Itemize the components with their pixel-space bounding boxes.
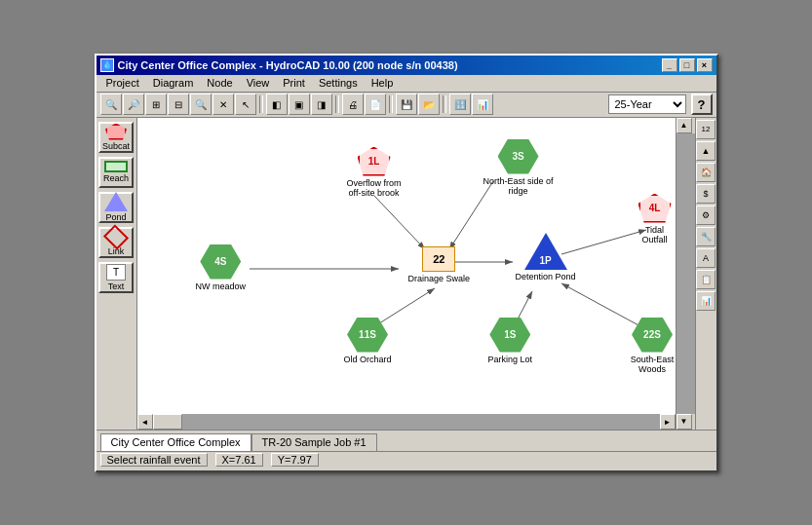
- print2-button[interactable]: 📄: [365, 94, 386, 115]
- bottom-scrollbar: ◄ ►: [137, 414, 676, 430]
- toolbar: 🔍 🔎 ⊞ ⊟ 🔍 ✕ ↖ ◧ ▣ ◨ 🖨 📄 💾 📂 🔢 📊 2-Year 5…: [97, 93, 716, 118]
- reach-label: Reach: [103, 173, 129, 183]
- right-toolbar: 12 ▲ 🏠 $ ⚙ 🔧 A 📋 📊: [695, 118, 716, 430]
- main-window: 💧 City Center Office Complex - HydroCAD …: [95, 54, 718, 472]
- node-4S-label: NW meadow: [196, 281, 247, 291]
- pointer-button[interactable]: ↖: [235, 94, 256, 115]
- node-11S-label: Old Orchard: [344, 355, 392, 364]
- align-center-button[interactable]: ▣: [289, 94, 310, 115]
- right-panel: ▲ ▼: [676, 118, 695, 430]
- node-1P-label: Detention Pond: [516, 272, 576, 281]
- app-icon: 💧: [100, 58, 114, 72]
- storm-select[interactable]: 2-Year 5-Year 10-Year 25-Year 50-Year 10…: [608, 94, 686, 114]
- svg-line-2: [374, 196, 425, 249]
- node-22S[interactable]: 22S South-East Woods: [630, 318, 676, 374]
- menu-node[interactable]: Node: [201, 76, 238, 90]
- node-4L[interactable]: 4L Tidal Outfall: [635, 194, 676, 244]
- save-button[interactable]: 💾: [396, 94, 417, 115]
- status-message: Select rainfall event: [100, 453, 208, 467]
- node-3S-label: North-East side ofridge: [483, 176, 554, 196]
- grid-button[interactable]: ⊞: [145, 94, 167, 115]
- menu-diagram[interactable]: Diagram: [147, 76, 200, 90]
- rt-btn-4[interactable]: $: [696, 184, 715, 204]
- menu-view[interactable]: View: [241, 76, 276, 90]
- maximize-button[interactable]: □: [679, 58, 695, 72]
- help-button[interactable]: ?: [691, 94, 713, 115]
- pond-tool[interactable]: Pond: [98, 192, 134, 223]
- close-button[interactable]: ×: [697, 58, 713, 72]
- scroll-right-button[interactable]: ►: [660, 414, 676, 430]
- node-4S[interactable]: 4S NW meadow: [196, 244, 247, 291]
- toolbar-separator-3: [389, 95, 393, 113]
- rt-btn-3[interactable]: 🏠: [696, 163, 715, 182]
- grid2-button[interactable]: ⊟: [168, 94, 189, 115]
- rt-btn-5[interactable]: ⚙: [696, 206, 715, 225]
- title-bar-left: 💧 City Center Office Complex - HydroCAD …: [100, 58, 458, 72]
- menu-settings[interactable]: Settings: [313, 76, 364, 90]
- status-y: Y=7.97: [271, 453, 319, 467]
- subcat-label: Subcat: [102, 141, 130, 151]
- node-4L-label: Tidal Outfall: [635, 225, 676, 244]
- scroll-left-button[interactable]: ◄: [137, 414, 153, 430]
- align-right-button[interactable]: ◨: [311, 94, 332, 115]
- tab-tr20[interactable]: TR-20 Sample Job #1: [251, 433, 377, 451]
- scroll-up-button[interactable]: ▲: [677, 118, 692, 133]
- rt-btn-1[interactable]: 12: [696, 120, 715, 139]
- node-3S[interactable]: 3S North-East side ofridge: [483, 139, 554, 196]
- pond-label: Pond: [105, 212, 126, 222]
- node-11S[interactable]: 11S Old Orchard: [344, 318, 392, 364]
- toolbar-separator-4: [443, 95, 446, 113]
- canvas[interactable]: 1L Overflow fromoff-site brook 3S North-…: [137, 118, 676, 414]
- node-22S-label: South-East Woods: [630, 355, 676, 374]
- align-left-button[interactable]: ◧: [266, 94, 288, 115]
- node-1S[interactable]: 1S Parking Lot: [488, 318, 533, 364]
- rt-btn-up[interactable]: ▲: [696, 141, 715, 161]
- scroll-down-button[interactable]: ▼: [677, 414, 692, 430]
- menu-project[interactable]: Project: [100, 76, 145, 90]
- status-x: X=7.61: [215, 453, 263, 467]
- delete-button[interactable]: ✕: [213, 94, 234, 115]
- tabs-area: City Center Office Complex TR-20 Sample …: [97, 430, 716, 451]
- node-1S-label: Parking Lot: [488, 355, 533, 364]
- text-tool[interactable]: T Text: [98, 262, 134, 293]
- calc-button[interactable]: 🔢: [449, 94, 471, 115]
- rt-btn-9[interactable]: 📊: [696, 291, 715, 311]
- toolbar-separator-1: [259, 95, 263, 113]
- node-1L-label: Overflow fromoff-site brook: [347, 178, 402, 198]
- find-button[interactable]: 🔍: [190, 94, 212, 115]
- zoom-in-button[interactable]: 🔍: [100, 94, 122, 115]
- scroll-track-h[interactable]: [153, 414, 660, 430]
- title-bar: 💧 City Center Office Complex - HydroCAD …: [97, 56, 716, 75]
- canvas-container: 1L Overflow fromoff-site brook 3S North-…: [137, 118, 676, 430]
- node-1P[interactable]: 1P Detention Pond: [516, 233, 576, 281]
- rt-btn-6[interactable]: 🔧: [696, 227, 715, 246]
- subcat-tool[interactable]: Subcat: [98, 122, 134, 153]
- tab-city-center[interactable]: City Center Office Complex: [100, 433, 251, 451]
- toolbar-separator-2: [335, 95, 339, 113]
- menu-bar: Project Diagram Node View Print Settings…: [97, 75, 716, 93]
- node-22-label: Drainage Swale: [408, 274, 471, 283]
- storm-dropdown: 2-Year 5-Year 10-Year 25-Year 50-Year 10…: [608, 94, 686, 114]
- reach-tool[interactable]: Reach: [98, 157, 134, 188]
- scroll-thumb-h[interactable]: [153, 414, 182, 430]
- link-tool[interactable]: Link: [98, 227, 134, 258]
- scroll-track-v[interactable]: [677, 133, 695, 414]
- menu-print[interactable]: Print: [277, 76, 311, 90]
- menu-help[interactable]: Help: [366, 76, 400, 90]
- minimize-button[interactable]: _: [662, 58, 677, 72]
- title-bar-buttons: _ □ ×: [662, 58, 713, 72]
- text-label: Text: [108, 281, 125, 291]
- rt-btn-8[interactable]: 📋: [696, 270, 715, 289]
- content-area: Subcat Reach Pond Link T Text: [97, 118, 716, 430]
- open-button[interactable]: 📂: [418, 94, 440, 115]
- status-bar: Select rainfall event X=7.61 Y=7.97: [97, 451, 716, 469]
- print-button[interactable]: 🖨: [342, 94, 364, 115]
- left-panel: Subcat Reach Pond Link T Text: [97, 118, 137, 430]
- rt-btn-7[interactable]: A: [696, 248, 715, 268]
- zoom-out-button[interactable]: 🔎: [123, 94, 144, 115]
- node-1L[interactable]: 1L Overflow fromoff-site brook: [347, 147, 402, 198]
- window-title: City Center Office Complex - HydroCAD 10…: [118, 59, 458, 71]
- chart-button[interactable]: 📊: [472, 94, 493, 115]
- node-22[interactable]: 22 Drainage Swale: [408, 246, 471, 283]
